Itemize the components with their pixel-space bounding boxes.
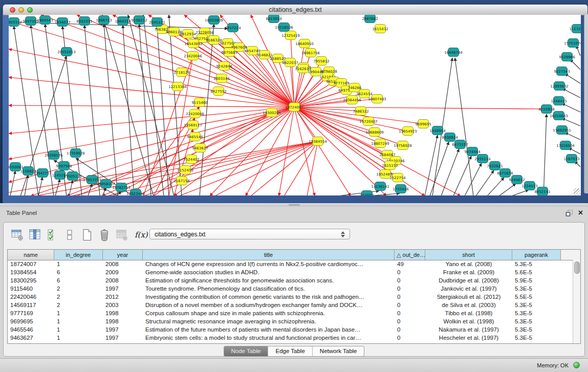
network-window[interactable]: citations_edges.txt 18724007183002951938… bbox=[3, 4, 588, 203]
delete-icon[interactable] bbox=[98, 228, 111, 242]
svg-text:1224533: 1224533 bbox=[521, 184, 537, 188]
column-header-out_de[interactable]: △ out_de… bbox=[395, 250, 425, 260]
table-row[interactable]: 946554611997Estimation of the future num… bbox=[8, 325, 573, 334]
cell-name: 19384554 bbox=[8, 268, 54, 276]
tab-node-table[interactable]: Node Table bbox=[224, 346, 269, 357]
svg-text:2887682: 2887682 bbox=[362, 17, 378, 21]
table-row[interactable]: 969969511998Structural magnetic resonanc… bbox=[8, 317, 573, 325]
cell-in_degree: 1 bbox=[54, 260, 103, 268]
svg-text:12213384: 12213384 bbox=[168, 85, 187, 89]
new-document-icon[interactable] bbox=[80, 228, 94, 242]
column-header-pagerank[interactable]: pagerank bbox=[512, 250, 561, 260]
select-rows-icon[interactable] bbox=[46, 228, 59, 242]
tab-edge-table[interactable]: Edge Table bbox=[268, 346, 312, 357]
table-row[interactable]: 977716911998Corpus callosum shape and si… bbox=[8, 309, 573, 317]
network-window-titlebar[interactable]: citations_edges.txt bbox=[3, 5, 587, 15]
column-header-in_degree[interactable]: in_degree bbox=[54, 250, 103, 260]
cell-year: 2008 bbox=[103, 260, 143, 268]
cell-name: 9465546 bbox=[8, 325, 54, 334]
svg-text:2588520: 2588520 bbox=[270, 57, 286, 61]
svg-text:8938924: 8938924 bbox=[442, 136, 458, 140]
cell-title: Disruption of a novel member of a sodium… bbox=[143, 301, 395, 309]
svg-text:2718126: 2718126 bbox=[173, 71, 190, 75]
cell-out_de: 0 bbox=[395, 293, 425, 301]
cell-year: 1997 bbox=[103, 285, 143, 293]
cell-pagerank: 5.3E-5 bbox=[512, 309, 561, 317]
svg-text:16961758: 16961758 bbox=[301, 51, 320, 55]
svg-text:3624554: 3624554 bbox=[356, 92, 373, 96]
network-canvas[interactable]: 1872400718300295193845547463822896012889… bbox=[9, 15, 581, 195]
select-columns-icon[interactable] bbox=[28, 228, 41, 242]
cell-pagerank: 5.3E-5 bbox=[512, 334, 561, 342]
cell-year: 2012 bbox=[103, 293, 143, 301]
table-row[interactable]: 2242004622012Investigating the contribut… bbox=[8, 293, 573, 301]
table-row[interactable]: 946362711997Embryonic stem cells: a mode… bbox=[8, 334, 573, 342]
column-header-name[interactable]: name bbox=[8, 250, 54, 260]
svg-text:20206576: 20206576 bbox=[45, 154, 63, 158]
column-header-year[interactable]: year bbox=[103, 250, 143, 260]
memory-status-indicator[interactable] bbox=[573, 362, 580, 368]
table-row[interactable]: 1830029562008Estimation of significance … bbox=[8, 276, 573, 285]
close-panel-icon[interactable]: × bbox=[578, 209, 583, 217]
svg-text:8813054: 8813054 bbox=[266, 17, 282, 21]
cell-in_degree: 6 bbox=[54, 276, 103, 285]
cell-short: Tibbo et al. (1998) bbox=[425, 309, 512, 317]
cell-pagerank: 5.6E-5 bbox=[512, 268, 561, 276]
svg-text:9465546: 9465546 bbox=[187, 135, 203, 139]
table-panel: Table Panel × bbox=[0, 207, 588, 358]
scrollbar-thumb[interactable] bbox=[574, 261, 580, 274]
table-selector-stepper-icon[interactable] bbox=[340, 231, 345, 238]
svg-text:17016504: 17016504 bbox=[556, 144, 575, 148]
svg-text:12923448: 12923448 bbox=[126, 192, 145, 196]
cell-pagerank: 5.9E-5 bbox=[512, 276, 561, 285]
window-resize-grip[interactable] bbox=[574, 188, 580, 195]
vertical-scrollbar[interactable] bbox=[573, 260, 580, 343]
cell-title: Investigating the contribution of common… bbox=[143, 293, 395, 301]
cell-title: Corpus callosum shape and size in male p… bbox=[143, 309, 395, 317]
svg-text:1167533: 1167533 bbox=[563, 157, 579, 161]
cell-name: 9115460 bbox=[8, 285, 54, 293]
cell-title: Estimation of the future numbers of pati… bbox=[143, 325, 395, 334]
svg-text:15692951: 15692951 bbox=[553, 128, 571, 133]
cell-title: Genome-wide association studies in ADHD. bbox=[143, 268, 395, 276]
cell-title: Estimation of significance thresholds fo… bbox=[143, 276, 395, 285]
column-header-short[interactable]: short bbox=[425, 250, 512, 260]
svg-text:9115460: 9115460 bbox=[191, 101, 207, 105]
svg-text:746266: 746266 bbox=[348, 86, 362, 90]
cell-in_degree: 2 bbox=[54, 293, 103, 301]
svg-text:15720407: 15720407 bbox=[359, 120, 378, 124]
svg-text:1615152: 1615152 bbox=[382, 164, 398, 168]
float-panel-icon[interactable] bbox=[565, 209, 573, 217]
svg-text:18724007: 18724007 bbox=[285, 105, 303, 110]
table-row[interactable]: 1456911722003Disruption of a novel membe… bbox=[8, 301, 573, 309]
cell-year: 2009 bbox=[103, 268, 143, 276]
cell-title: Embryonic stem cells: a model to study s… bbox=[143, 334, 395, 342]
svg-text:22420046: 22420046 bbox=[186, 112, 204, 116]
svg-text:9777169: 9777169 bbox=[333, 81, 349, 85]
table-row[interactable]: 1938455462009Genome-wide association stu… bbox=[8, 268, 573, 276]
cell-name: 18724007 bbox=[8, 260, 54, 268]
table-selector[interactable]: citations_edges.txt bbox=[149, 229, 350, 239]
cell-short: Dudbridge et al. (2008) bbox=[425, 276, 512, 285]
svg-text:1440954: 1440954 bbox=[429, 129, 446, 133]
cell-title: Changes of HCN gene expression and I(f) … bbox=[143, 260, 395, 268]
svg-text:9463627: 9463627 bbox=[192, 146, 208, 150]
svg-text:9350061: 9350061 bbox=[9, 165, 24, 169]
split-divider[interactable] bbox=[0, 203, 588, 207]
svg-text:9699695: 9699695 bbox=[415, 122, 431, 126]
clear-selection-icon[interactable] bbox=[63, 228, 76, 242]
table-row[interactable]: 1872400712008Changes of HCN gene express… bbox=[8, 260, 573, 268]
tab-network-table[interactable]: Network Table bbox=[313, 346, 365, 357]
table-row[interactable]: 911546021997Tourette syndrome. Phenomeno… bbox=[8, 285, 573, 293]
svg-text:14569117: 14569117 bbox=[184, 123, 202, 127]
svg-text:10807483: 10807483 bbox=[368, 97, 386, 101]
svg-text:1804334: 1804334 bbox=[115, 19, 131, 24]
function-builder-icon[interactable]: f(x) bbox=[133, 230, 150, 239]
cell-name: 14569117 bbox=[8, 301, 54, 309]
svg-text:9329966: 9329966 bbox=[559, 55, 575, 59]
table-settings-icon[interactable] bbox=[11, 228, 24, 242]
column-header-title[interactable]: title bbox=[143, 250, 395, 260]
svg-text:1903312: 1903312 bbox=[9, 20, 22, 25]
cell-in_degree: 1 bbox=[54, 317, 103, 325]
svg-text:20364456: 20364456 bbox=[343, 98, 361, 102]
